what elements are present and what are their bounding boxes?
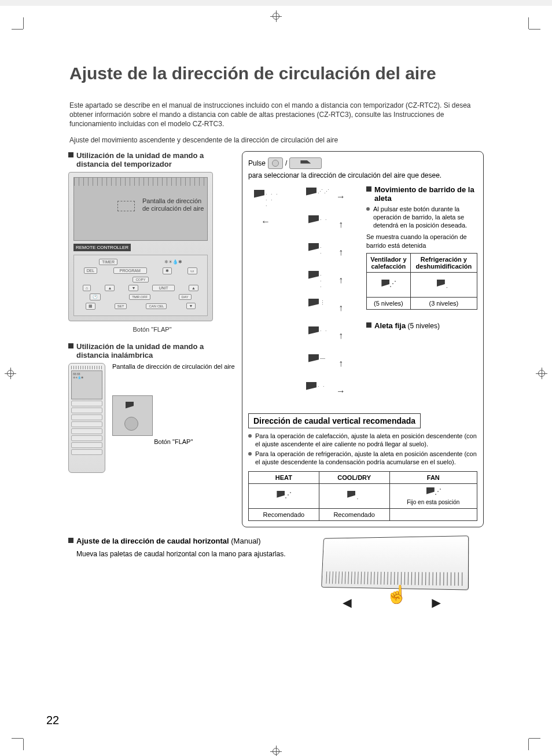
rec-th-cooldry: COOL/DRY	[319, 471, 389, 483]
fan-heat-icon	[380, 278, 396, 291]
wireless-lcd-callout: Pantalla de dirección de circulación del…	[112, 363, 235, 370]
sweep-flap-icon: · · ·· ··	[252, 188, 279, 211]
rec-td-heat: Recomendado	[249, 508, 319, 520]
flap-round-button-icon	[124, 417, 138, 431]
timer-remote-buttons: TIMER ❄☀💧✱ DEL PROGRAM ✱ ▭ COPY ⌂ ▲	[73, 255, 208, 316]
del-button-icon: DEL	[84, 267, 98, 274]
wireless-remote-heading: Utilización de la unidad de mando a dist…	[68, 342, 236, 359]
timer-remote-lcd: Pantalla de dirección de circulación del…	[73, 177, 208, 241]
copy-label: COPY	[133, 277, 148, 282]
home-button-icon: ⌂	[83, 285, 91, 291]
up-arrow-icon: ↑	[338, 247, 343, 258]
mode-icons: ❄☀💧✱	[164, 259, 182, 265]
levels-5-label: (5 niveles)	[367, 298, 411, 310]
position-8-icon: · ·	[304, 380, 332, 403]
right-arrow-icon: →	[336, 386, 345, 397]
pulse-suffix: para seleccionar la dirección de circula…	[248, 171, 441, 179]
flap-round-button-icon	[268, 157, 283, 169]
fixed-flap-heading: Aleta fija	[366, 321, 406, 330]
left-big-arrow-icon: ◄	[340, 594, 355, 612]
hz-head-paren: (Manual)	[229, 537, 261, 545]
flap-button-caption: Botón "FLAP"	[68, 326, 236, 333]
right-big-arrow-icon: ►	[429, 594, 444, 612]
rec-td-cooldry: Recomendado	[319, 508, 389, 520]
registration-mark-icon	[5, 368, 16, 379]
levels-3-label: (3 niveles)	[410, 298, 477, 310]
rec-bullet-1: Para la operación de calefacción, ajuste…	[248, 432, 477, 449]
up-arrow-icon: ↑	[338, 331, 343, 341]
registration-mark-icon	[536, 368, 547, 379]
position-3-icon: ··	[306, 241, 334, 264]
sweep-note: Se muestra cuando la operación de barrid…	[366, 233, 477, 249]
subheading: Ajuste del movimiento ascendente y desce…	[69, 136, 483, 144]
timer-remote-heading: Utilización de la unidad de mando a dist…	[68, 151, 236, 168]
sweep-bullet: Al pulsar este botón durante la operació…	[366, 205, 477, 230]
position-2-icon: · ·	[306, 213, 334, 236]
unit-button-icon: UNIT	[152, 285, 174, 291]
wireless-flap-caption: Botón "FLAP"	[112, 438, 235, 445]
cancel-button-icon: CAN CEL	[146, 303, 167, 309]
flap-icon	[124, 401, 141, 413]
flap-wide-button-icon	[289, 157, 322, 169]
flap-button-icon: ▭	[187, 267, 197, 274]
sweep-table-col1: Ventilador y calefacción	[367, 254, 411, 273]
fixed-flap-levels: (5 niveles)	[408, 322, 440, 330]
right-arrow-icon: →	[336, 192, 345, 202]
position-5-icon: ⋮	[306, 296, 334, 320]
horizontal-adjust-heading: Ajuste de la dirección de caudal horizon…	[68, 537, 288, 545]
day-button-icon: DAY	[179, 294, 192, 300]
position-1-icon: ⋰⋰	[304, 185, 332, 208]
rec-th-heat: HEAT	[249, 471, 319, 483]
registration-mark-icon	[270, 10, 282, 22]
remote-controller-label: REMOTE CONTROLLER	[73, 244, 131, 251]
cool-dry-icon	[436, 278, 452, 291]
crop-mark-icon	[517, 727, 540, 750]
up-arrow-icon: ↑	[338, 219, 343, 230]
left-arrow-icon: ←	[261, 216, 270, 227]
set-button-icon: SET	[115, 303, 127, 309]
program-button-icon: PROGRAM	[113, 267, 147, 274]
fan-button-icon: ✱	[163, 267, 172, 274]
sweep-heading: Movimiento de barrido de la aleta	[366, 185, 477, 203]
rec-th-fan: FAN	[389, 471, 477, 483]
registration-mark-icon	[270, 746, 282, 756]
temp-down-icon: ▼	[186, 303, 196, 309]
clock-button-icon: 🕐	[90, 293, 101, 300]
wireless-remote-lcd: 88:88❄☀💧✱	[71, 370, 102, 399]
up-arrow-icon: ↑	[338, 275, 343, 285]
pulse-sep: /	[285, 159, 287, 167]
hz-head-text: Ajuste de la dirección de caudal horizon…	[76, 537, 229, 545]
up-arrow-icon: ↑	[338, 303, 343, 313]
intro-text: Este apartado se describe en el manual d…	[69, 101, 483, 129]
ac-unit-illustration: ◄ ►	[300, 537, 484, 589]
crop-mark-icon	[12, 727, 35, 750]
crop-mark-icon	[12, 17, 35, 41]
sweep-table-col2: Refrigeración y deshumidificación	[410, 254, 477, 273]
timer-remote-illustration: Pantalla de dirección de circulación del…	[68, 172, 213, 321]
position-7-icon: —	[306, 352, 334, 375]
heat-flap-icon	[275, 490, 292, 502]
down-arrow-icon: ▼	[128, 285, 138, 291]
lcd-callout-label: Pantalla de dirección de circulación del…	[142, 197, 207, 212]
fan-flap-icon	[425, 486, 441, 499]
page-title: Ajuste de la dirección de circulación de…	[69, 64, 483, 83]
up-arrow-icon: ↑	[338, 358, 343, 369]
sweep-table: Ventilador y calefacción Refrigeración y…	[366, 253, 477, 310]
page: Ajuste de la dirección de circulación de…	[0, 6, 552, 756]
cool-flap-icon	[346, 490, 362, 502]
position-6-icon: · ·	[306, 324, 334, 347]
temp-up-icon: ▲	[189, 285, 198, 291]
recommended-table: HEAT COOL/DRY FAN Fijo en esta posición	[248, 471, 477, 521]
vent-button-icon: ▦	[86, 303, 95, 310]
crop-mark-icon	[517, 17, 540, 41]
up-arrow-icon: ▲	[105, 285, 115, 291]
horizontal-adjust-body: Mueva las paletas de caudal horizontal c…	[76, 550, 288, 559]
rec-bullet-2: Para la operación de refrigeración, ajus…	[248, 450, 477, 467]
fan-fixed-note: Fijo en esta posición	[407, 499, 459, 506]
wireless-remote-illustration: 88:88❄☀💧✱	[68, 363, 105, 473]
recommended-direction-heading: Dirección de caudal vertical recomendada	[248, 413, 421, 428]
flap-button-zoom	[112, 395, 153, 436]
page-number: 22	[46, 714, 59, 727]
pulse-prefix: Pulse	[248, 159, 266, 167]
timer-label: TIMER	[99, 259, 117, 265]
